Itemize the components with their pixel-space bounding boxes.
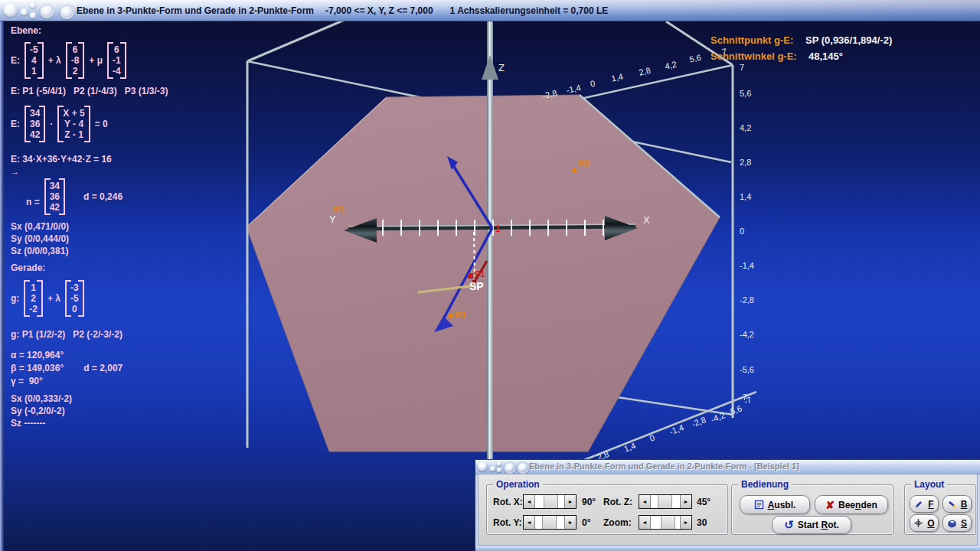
scroll-left-icon[interactable]: ◄ (639, 495, 651, 508)
svg-text:4,2: 4,2 (664, 60, 678, 71)
layout-group: Layout F B (904, 484, 976, 535)
svg-text:-4,2: -4,2 (740, 330, 754, 339)
main-titlebar[interactable]: Ebene in 3-Punkte-Form und Gerade in 2-P… (0, 0, 980, 21)
vector-matrix: X + 5Y - 4Z - 1 (57, 106, 90, 142)
window-ball-button[interactable] (497, 468, 501, 472)
scroll-right-icon[interactable]: ► (680, 495, 691, 508)
operation-group: Operation Rot. X: ◄ ► 90° Rot. Z: ◄ ► 45… (486, 484, 728, 535)
window-ball-button[interactable] (40, 4, 54, 18)
normal-vector-row: → n = 343642 d = 0,246 (11, 175, 122, 218)
svg-text:1,4: 1,4 (740, 192, 751, 201)
alpha-angle: α = 120,964° (11, 350, 64, 360)
window-ball-button[interactable] (30, 2, 36, 8)
plane-sx-intercept: Sx (0,471/0/0) (11, 221, 69, 232)
rot-x-scrollbar[interactable]: ◄ ► (523, 494, 577, 509)
zoom-value: 30 (697, 517, 707, 528)
form-icon (754, 500, 764, 510)
window-ball-button[interactable] (21, 8, 28, 15)
scroll-right-icon[interactable]: ► (680, 516, 691, 529)
unit-one-label: 1 (495, 223, 501, 234)
svg-text:-2,8: -2,8 (740, 295, 754, 305)
svg-text:0: 0 (648, 433, 656, 443)
rot-z-thumb[interactable] (658, 495, 672, 508)
control-window[interactable]: Ebene in 3-Punkte-Form und Gerade in 2-P… (475, 459, 980, 551)
scroll-right-icon[interactable]: ► (564, 516, 576, 529)
schnittpunkt-value: SP (0,936/1,894/-2) (805, 34, 892, 46)
schnittpunkt-label: Schnittpunkt g-E: (710, 34, 793, 46)
top-axis-tick-labels: -2,8 -1,4 0 1,4 2,8 4,2 5,6 7 (542, 47, 728, 101)
sp-point-marker (468, 273, 473, 279)
app-window: 7 5,6 4,2 2,8 1,4 0 -1,4 -2,8 -4,2 -5,6 … (0, 0, 980, 551)
window-left-border (0, 21, 4, 551)
vector-matrix: 12-2 (24, 280, 43, 317)
vector-matrix: 343642 (44, 178, 65, 215)
scroll-right-icon[interactable]: ► (564, 495, 576, 508)
zoom-thumb[interactable] (661, 516, 675, 529)
window-ball-button[interactable] (30, 12, 36, 18)
svg-text:7: 7 (740, 63, 744, 72)
window-ball-button[interactable] (478, 461, 488, 471)
line-sy-intercept: Sy (-0,2/0/-2) (11, 406, 65, 416)
plane-distance-value: d = 0,246 (83, 191, 122, 202)
p2-plane-label: P2 (579, 158, 590, 169)
svg-text:0: 0 (590, 79, 596, 89)
vector-matrix: 343642 (24, 106, 45, 142)
window-ball-button[interactable] (504, 461, 516, 474)
operation-group-label: Operation (493, 479, 543, 490)
line-distance-value: d = 2,007 (83, 363, 122, 373)
scroll-left-icon[interactable]: ◄ (639, 516, 651, 529)
rot-y-label: Rot. Y: (493, 517, 522, 528)
line-sx-intercept: Sx (0/0,333/-2) (11, 393, 72, 404)
svg-text:5,6: 5,6 (740, 89, 751, 98)
beenden-button[interactable]: ✘ Beenden (815, 495, 888, 514)
rot-y-value: 0° (582, 517, 590, 528)
beta-angle-row: β = 149,036° d = 2,007 (11, 363, 122, 373)
layout-o-button[interactable]: O (910, 514, 939, 532)
layout-f-button[interactable]: F (910, 495, 939, 513)
ausblenden-button[interactable]: Ausbl. (740, 495, 810, 514)
line-sz-intercept: Sz ------- (11, 418, 45, 429)
window-ball-button[interactable] (4, 3, 18, 17)
y-axis-label: Y (329, 214, 336, 225)
scroll-left-icon[interactable]: ◄ (524, 495, 535, 508)
svg-text:-5,6: -5,6 (727, 403, 743, 417)
rot-y-thumb[interactable] (542, 516, 557, 529)
rot-z-value: 45° (697, 497, 710, 507)
p2-point-marker (572, 168, 577, 173)
z-axis-bar (487, 21, 493, 464)
rot-x-thumb[interactable] (544, 495, 558, 508)
gerade-heading: Gerade: (11, 262, 45, 273)
svg-text:4,2: 4,2 (740, 123, 751, 132)
line-points-line: g: P1 (1/2/-2) P2 (-2/-3/-2) (11, 329, 122, 340)
svg-text:2,8: 2,8 (740, 158, 751, 167)
vector-matrix: 6-82 (66, 42, 85, 79)
svg-text:1,4: 1,4 (610, 72, 624, 83)
control-window-titlebar[interactable]: Ebene in 3-Punkte-Form und Gerade in 2-P… (475, 460, 980, 474)
cube-icon (947, 518, 957, 528)
pen-icon (947, 499, 957, 509)
rot-y-scrollbar[interactable]: ◄ ► (523, 515, 577, 530)
svg-text:0: 0 (740, 227, 744, 236)
window-title: Ebene in 3-Punkte-Form und Gerade in 2-P… (77, 0, 608, 21)
start-rotation-button[interactable]: ↺ Start Rot. (772, 516, 851, 534)
rot-z-scrollbar[interactable]: ◄ ► (639, 494, 692, 509)
schnittwinkel-label: Schnittwinkel g-E: (710, 51, 797, 62)
red-x-icon: ✘ (825, 500, 835, 510)
svg-text:-1,4: -1,4 (740, 261, 754, 270)
bedienung-group-label: Bedienung (738, 479, 792, 490)
layout-s-button[interactable]: S (942, 514, 972, 532)
schnittwinkel-value: 48,145° (808, 51, 843, 62)
line-parametric-equation: g: 12-2 + λ -3-50 (11, 280, 84, 317)
window-ball-button[interactable] (497, 461, 501, 466)
layout-b-button[interactable]: B (942, 495, 972, 513)
window-ball-button[interactable] (490, 466, 495, 471)
svg-text:-7: -7 (743, 395, 753, 406)
p3-plane-label: P3 (455, 310, 466, 321)
z-axis-label: Z (498, 62, 505, 73)
control-window-bottom-edge (475, 546, 980, 551)
scroll-left-icon[interactable]: ◄ (524, 516, 535, 529)
control-window-title: Ebene in 3-Punkte-Form und Gerade in 2-P… (529, 461, 799, 471)
zoom-scrollbar[interactable]: ◄ ► (639, 515, 692, 530)
plane-sz-intercept: Sz (0/0/0,381) (11, 246, 68, 256)
rot-z-label: Rot. Z: (603, 497, 632, 507)
